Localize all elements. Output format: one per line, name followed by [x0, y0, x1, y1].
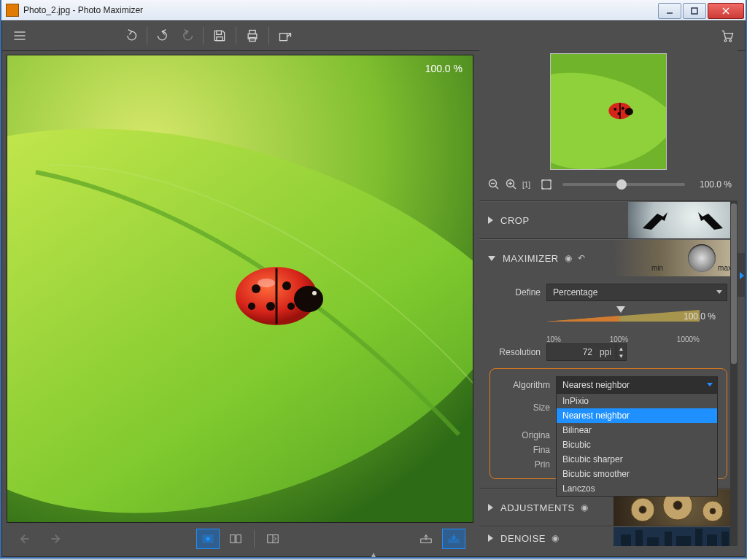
print-button[interactable] — [241, 24, 264, 47]
svg-rect-32 — [236, 535, 240, 543]
svg-line-13 — [287, 34, 291, 37]
view-compare-button[interactable] — [224, 529, 247, 549]
canvas-zoom-label: 100.0 % — [425, 63, 462, 74]
chevron-right-icon — [488, 217, 493, 224]
bottom-grip[interactable]: ▴ — [359, 549, 388, 556]
svg-line-47 — [495, 186, 498, 189]
zoom-in-icon[interactable] — [503, 176, 520, 193]
define-select-value: Percentage — [553, 287, 597, 298]
maximize-button[interactable] — [683, 3, 706, 19]
panel-maximizer: MAXIMIZER ◉ ↶ minmax Define Percentage — [479, 239, 738, 489]
toolbar-separator — [203, 27, 204, 44]
cart-button[interactable] — [716, 24, 739, 47]
menu-button[interactable] — [8, 24, 31, 47]
algorithm-option[interactable]: Bicubic — [557, 438, 717, 452]
algorithm-dropdown[interactable]: Nearest neighbor InPixioNearest neighbor… — [556, 376, 718, 394]
chevron-right-icon — [740, 272, 744, 279]
navigator-image — [551, 54, 666, 169]
panel-crop-header[interactable]: CROP — [479, 202, 738, 238]
tick-1000: 1000% — [677, 335, 700, 343]
scale-slider-pointer[interactable] — [616, 306, 625, 313]
svg-marker-56 — [546, 316, 619, 322]
svg-rect-63 — [614, 527, 738, 546]
algorithm-option[interactable]: InPixio — [557, 394, 717, 408]
toolbar-separator — [254, 530, 255, 548]
algorithm-option[interactable]: Bicubic smoother — [557, 467, 717, 481]
view-split-button[interactable] — [261, 529, 285, 549]
chevron-down-icon — [488, 256, 495, 261]
panel-maximizer-header[interactable]: MAXIMIZER ◉ ↶ minmax — [479, 240, 738, 276]
panel-denoise-header[interactable]: DENOISE ◉ — [479, 527, 738, 546]
content-area: 100.0 % — [2, 50, 745, 556]
prev-image-button[interactable] — [15, 529, 38, 549]
chevron-right-icon — [488, 534, 493, 542]
algorithm-option[interactable]: Bilinear — [557, 423, 717, 438]
visibility-icon[interactable]: ◉ — [551, 533, 559, 543]
zoom-slider[interactable] — [562, 183, 685, 186]
app-chrome: 100.0 % — [1, 20, 746, 557]
window-title: Photo_2.jpg - Photo Maximizer — [23, 5, 143, 15]
denoise-thumb-bg — [614, 527, 738, 546]
chevron-down-icon — [707, 383, 713, 386]
close-button[interactable] — [708, 3, 744, 19]
save-button[interactable] — [208, 24, 231, 47]
define-select[interactable]: Percentage — [546, 284, 727, 301]
svg-point-45 — [617, 112, 620, 115]
revert-button[interactable] — [119, 24, 142, 47]
algorithm-select[interactable]: Nearest neighbor — [556, 376, 718, 394]
svg-rect-69 — [695, 529, 703, 546]
algorithm-option[interactable]: Bicubic sharper — [557, 452, 717, 467]
window-buttons — [658, 1, 746, 19]
navigator-preview — [479, 50, 738, 173]
algorithm-dropdown-list[interactable]: InPixioNearest neighborBilinearBicubicBi… — [556, 393, 718, 497]
redo-button[interactable] — [175, 24, 198, 47]
svg-point-20 — [312, 291, 317, 295]
visibility-icon[interactable]: ◉ — [565, 253, 572, 263]
svg-rect-54 — [542, 180, 551, 189]
fit-1to1-icon[interactable]: [1] — [520, 176, 538, 193]
side-panel-scrollbar[interactable] — [730, 201, 738, 546]
algorithm-option[interactable]: Lanczos — [557, 481, 717, 496]
reset-icon[interactable]: ↶ — [578, 253, 585, 263]
algorithm-option[interactable]: Nearest neighbor — [557, 408, 717, 423]
share-button[interactable] — [274, 24, 297, 47]
side-panel-grip[interactable] — [738, 253, 745, 297]
resolution-spinner[interactable]: ppi ▲▼ — [546, 343, 627, 361]
image-canvas[interactable]: 100.0 % — [7, 55, 473, 523]
download-button[interactable] — [442, 529, 465, 549]
zoom-out-icon[interactable] — [485, 176, 503, 193]
svg-rect-67 — [665, 532, 672, 546]
dial-minmax: minmax — [651, 264, 732, 272]
svg-point-41 — [625, 108, 633, 115]
next-image-button[interactable] — [42, 529, 66, 549]
spinner-down-icon[interactable]: ▼ — [616, 352, 626, 359]
navigator-thumb[interactable] — [550, 53, 667, 170]
svg-point-14 — [724, 39, 727, 41]
panel-maximizer-title: MAXIMIZER — [503, 253, 559, 264]
visibility-icon[interactable]: ◉ — [581, 502, 588, 513]
view-single-button[interactable] — [196, 529, 220, 549]
tick-10: 10% — [546, 335, 561, 343]
define-row: Define Percentage — [489, 284, 727, 301]
minimize-button[interactable] — [658, 3, 681, 19]
resolution-input[interactable] — [547, 346, 595, 358]
panel-crop: CROP — [479, 201, 738, 239]
spinner-arrows[interactable]: ▲▼ — [616, 345, 626, 359]
crop-thumb-bg — [628, 202, 738, 238]
final-label: Fina — [499, 445, 550, 455]
spinner-up-icon[interactable]: ▲ — [616, 345, 626, 352]
scrollbar-thumb[interactable] — [731, 203, 737, 364]
upload-button[interactable] — [414, 529, 438, 549]
svg-point-44 — [622, 107, 624, 110]
zoom-slider-knob[interactable] — [616, 179, 627, 190]
svg-rect-11 — [249, 38, 255, 42]
panel-adjustments-title: ADJUSTMENTS — [500, 502, 575, 513]
navigator-controls: [1] 100.0 % — [479, 173, 738, 201]
fit-screen-icon[interactable] — [538, 176, 555, 193]
svg-rect-12 — [280, 34, 287, 41]
main-toolbar — [2, 21, 745, 51]
chevron-right-icon — [488, 504, 493, 511]
svg-point-26 — [258, 279, 275, 287]
undo-button[interactable] — [152, 24, 175, 47]
scale-slider[interactable] — [546, 308, 700, 327]
